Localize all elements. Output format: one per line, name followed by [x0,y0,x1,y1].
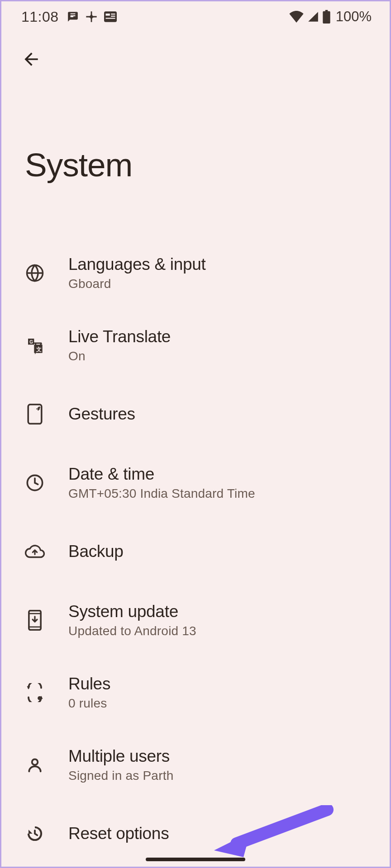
item-title: Languages & input [68,255,206,274]
settings-item-live-translate[interactable]: G文 Live Translate On [1,309,390,382]
item-subtitle: Updated to Android 13 [68,624,196,638]
settings-item-backup[interactable]: Backup [1,519,390,584]
rules-icon [25,683,45,703]
settings-item-languages-input[interactable]: Languages & input Gboard [1,237,390,309]
arrow-back-icon [21,49,41,69]
settings-item-system-update[interactable]: System update Updated to Android 13 [1,584,390,656]
item-title: Reset options [68,824,169,843]
svg-rect-4 [105,18,115,19]
svg-point-13 [32,759,38,765]
gesture-nav-handle[interactable] [146,858,245,861]
item-subtitle: 0 rules [68,696,110,711]
battery-icon [323,10,330,24]
status-bar: 11:08 100% [1,1,390,32]
settings-item-rules[interactable]: Rules 0 rules [1,656,390,729]
translate-icon: G文 [25,335,45,355]
settings-item-multiple-users[interactable]: Multiple users Signed in as Parth [1,729,390,801]
item-title: Rules [68,675,110,693]
back-button[interactable] [17,45,46,74]
status-left: 11:08 [21,9,117,25]
globe-icon [25,263,45,283]
battery-percentage: 100% [336,9,372,25]
news-icon [104,11,117,22]
reset-icon [25,824,45,844]
item-title: System update [68,602,196,621]
status-notification-icons [67,10,117,23]
item-subtitle: Gboard [68,277,206,291]
settings-item-reset-options[interactable]: Reset options [1,801,390,866]
item-title: Multiple users [68,747,173,766]
page-title: System [1,74,390,184]
item-subtitle: Signed in as Parth [68,769,173,783]
svg-rect-1 [105,14,110,16]
svg-text:文: 文 [36,346,42,352]
item-title: Live Translate [68,327,171,346]
settings-item-date-time[interactable]: Date & time GMT+05:30 India Standard Tim… [1,447,390,519]
status-time: 11:08 [21,9,59,25]
clock-icon [25,473,45,493]
photos-icon [85,10,98,23]
gestures-icon [25,404,45,424]
status-right: 100% [289,9,372,25]
item-subtitle: GMT+05:30 India Standard Time [68,486,255,501]
person-icon [25,755,45,775]
item-title: Date & time [68,465,255,484]
item-subtitle: On [68,349,171,363]
messages-icon [67,11,79,23]
signal-icon [307,11,319,23]
item-title: Gestures [68,405,135,424]
item-title: Backup [68,542,124,561]
system-update-icon [25,610,45,630]
svg-rect-2 [111,14,115,14]
settings-item-gestures[interactable]: Gestures [1,382,390,447]
svg-rect-3 [111,16,115,17]
cloud-upload-icon [25,542,45,561]
wifi-icon [289,11,304,23]
app-bar [1,32,390,74]
settings-list: Languages & input Gboard G文 Live Transla… [1,184,390,866]
